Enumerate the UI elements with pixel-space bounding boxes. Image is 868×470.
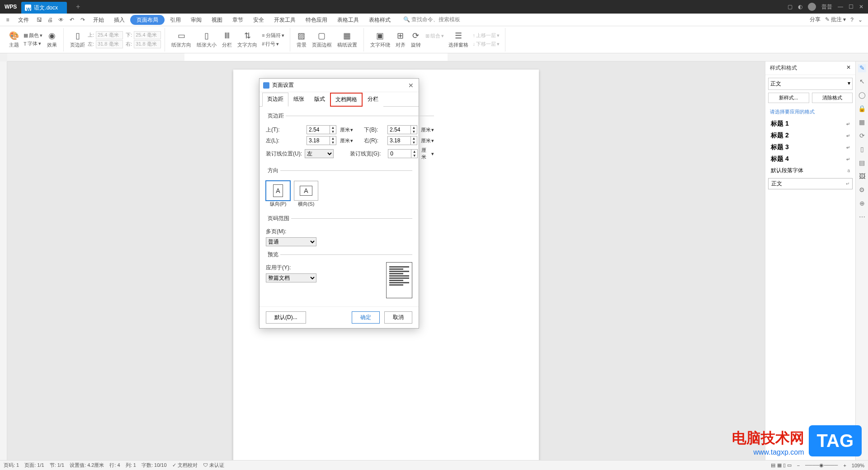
textdirection-button[interactable]: ⇅文字方向 <box>235 31 260 48</box>
fonts-button[interactable]: T 字体 ▾ <box>22 40 44 47</box>
status-pages[interactable]: 页面: 1/1 <box>24 462 44 469</box>
margin-top-field[interactable]: 上: <box>88 31 123 39</box>
zoom-slider[interactable]: ────◉──── <box>805 462 838 468</box>
tab-devtools[interactable]: 开发工具 <box>269 14 300 26</box>
backup-icon[interactable]: ⟳ <box>858 132 866 140</box>
align-button[interactable]: ⊞对齐 <box>393 31 408 48</box>
zoom-out-icon[interactable]: − <box>797 463 800 468</box>
style-heading4[interactable]: 标题 4↵ <box>768 153 853 165</box>
dialog-close-button[interactable]: ✕ <box>407 82 415 89</box>
tab-home[interactable]: 开始 <box>89 14 108 26</box>
tab-special[interactable]: 特色应用 <box>301 14 332 26</box>
clear-format-button[interactable]: 清除格式 <box>812 93 853 103</box>
status-section[interactable]: 节: 1/1 <box>50 462 64 469</box>
horizontal-ruler[interactable] <box>7 53 868 61</box>
image-icon[interactable]: 🖼 <box>858 173 866 181</box>
vertical-ruler[interactable] <box>0 61 7 460</box>
margin-left-field[interactable]: 左: <box>88 40 123 48</box>
style-heading2[interactable]: 标题 2↵ <box>768 130 853 141</box>
help-icon[interactable]: ⊕ <box>858 200 866 208</box>
doc-icon[interactable]: ▯ <box>858 146 866 154</box>
layout-icon[interactable]: ▤ <box>858 159 866 167</box>
panel-close-icon[interactable]: ✕ <box>846 64 851 72</box>
minimize-button[interactable]: — <box>838 4 843 10</box>
tab-review[interactable]: 审阅 <box>186 14 206 26</box>
tab-references[interactable]: 引用 <box>165 14 185 26</box>
cancel-button[interactable]: 取消 <box>384 311 412 324</box>
format-pane-icon[interactable]: ✎ <box>858 64 866 72</box>
margin-bottom-field[interactable]: 下: <box>126 31 161 39</box>
tab-chapter[interactable]: 章节 <box>228 14 248 26</box>
new-tab-button[interactable]: + <box>67 3 89 11</box>
attr-icon[interactable]: ▦ <box>858 118 866 127</box>
maximize-button[interactable]: ☐ <box>849 4 854 10</box>
save-icon[interactable]: 🖫 <box>34 15 44 25</box>
margins-button[interactable]: ▯页边距 <box>67 31 88 48</box>
theme-button[interactable]: 🎨主题 <box>6 31 22 48</box>
orientation-button[interactable]: ▭纸张方向 <box>169 31 194 48</box>
style-heading3[interactable]: 标题 3↵ <box>768 141 853 153</box>
papersize-button[interactable]: ▯纸张大小 <box>194 31 219 48</box>
more-icon[interactable]: ⋯ <box>858 213 866 221</box>
colors-button[interactable]: ▦ 颜色 ▾ <box>22 32 44 39</box>
dlgtab-docgrid[interactable]: 文档网格 <box>330 93 363 107</box>
print-icon[interactable]: 🖨 <box>45 15 55 25</box>
gutter-select[interactable]: 左 <box>305 149 333 158</box>
bottom-spin[interactable]: ▲▼ <box>387 125 417 134</box>
share-button[interactable]: 分享 <box>810 16 821 24</box>
margin-right-field[interactable]: 右: <box>126 40 161 48</box>
applyto-select[interactable]: 整篇文档 <box>266 273 316 282</box>
dlgtab-columns[interactable]: 分栏 <box>363 93 383 107</box>
current-style-select[interactable]: 正文 ▾ <box>768 78 853 90</box>
textwrap-button[interactable]: ▣文字环绕 <box>368 31 393 48</box>
columns-button[interactable]: Ⅲ分栏 <box>219 31 235 48</box>
portrait-option[interactable]: A <box>266 181 290 201</box>
background-button[interactable]: ▨背景 <box>294 31 309 48</box>
undo-icon[interactable]: ↶ <box>67 15 77 25</box>
zoom-level[interactable]: 109% <box>852 463 864 468</box>
zoom-in-icon[interactable]: + <box>843 463 846 468</box>
collapse-ribbon-icon[interactable]: ⌄ <box>858 17 863 23</box>
view-mode-icons[interactable]: ▤ ▦ ▯ ▭ <box>771 462 791 468</box>
select-pane-icon[interactable]: ↖ <box>858 78 866 86</box>
status-verify[interactable]: 🛡 未认证 <box>203 462 224 469</box>
help-icon[interactable]: ? <box>850 17 854 23</box>
notification-icon[interactable]: ▢ <box>788 4 793 10</box>
tab-security[interactable]: 安全 <box>249 14 269 26</box>
style-heading1[interactable]: 标题 1↵ <box>768 118 853 130</box>
default-button[interactable]: 默认(D)... <box>266 311 306 324</box>
ok-button[interactable]: 确定 <box>352 311 380 324</box>
tab-tablestyle[interactable]: 表格样式 <box>364 14 395 26</box>
effects-button[interactable]: ◉效果 <box>44 31 60 48</box>
limit-icon[interactable]: 🔒 <box>858 105 866 113</box>
left-spin[interactable]: ▲▼ <box>307 136 336 145</box>
menu-icon[interactable]: ≡ <box>3 15 13 25</box>
selectionpane-button[interactable]: ☰选择窗格 <box>446 31 471 48</box>
tab-insert[interactable]: 插入 <box>109 14 129 26</box>
status-page[interactable]: 页码: 1 <box>4 462 19 469</box>
user-avatar[interactable] <box>808 3 816 11</box>
top-spin[interactable]: ▲▼ <box>307 125 336 134</box>
status-proof[interactable]: ✓ 文档校对 <box>172 462 198 469</box>
shape-pane-icon[interactable]: ◯ <box>858 91 866 99</box>
rotate-button[interactable]: ⟳旋转 <box>408 31 424 48</box>
redo-icon[interactable]: ↷ <box>78 15 88 25</box>
status-words[interactable]: 字数: 10/10 <box>142 462 167 469</box>
comments-button[interactable]: ✎ 批注 ▾ <box>825 16 846 24</box>
new-style-button[interactable]: 新样式... <box>768 93 809 103</box>
settings-icon[interactable]: ⚙ <box>858 186 866 194</box>
manuscript-button[interactable]: ▦稿纸设置 <box>335 31 360 48</box>
style-body[interactable]: 正文↵ <box>768 178 853 189</box>
right-spin[interactable]: ▲▼ <box>387 136 417 145</box>
tab-view[interactable]: 视图 <box>207 14 227 26</box>
breaks-button[interactable]: ≡ 分隔符 ▾ <box>260 32 286 39</box>
gutterw-spin[interactable]: ▲▼ <box>388 149 418 158</box>
pageborder-button[interactable]: ▢页面边框 <box>309 31 335 48</box>
tab-pagelayout[interactable]: 页面布局 <box>130 15 165 25</box>
dlgtab-layout[interactable]: 版式 <box>309 93 330 107</box>
landscape-option[interactable]: A <box>294 181 318 201</box>
document-tab[interactable]: 语文.docx <box>21 2 67 14</box>
dlgtab-margins[interactable]: 页边距 <box>262 93 288 107</box>
multipage-select[interactable]: 普通 <box>266 237 316 246</box>
linenumbers-button[interactable]: # 行号 ▾ <box>260 40 286 48</box>
